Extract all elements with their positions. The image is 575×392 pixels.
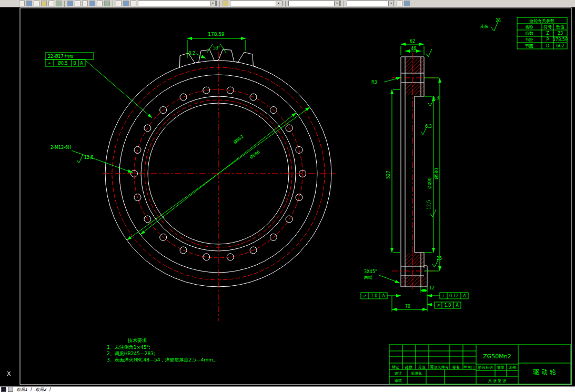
bolt-hole <box>227 87 234 94</box>
sheet-label: 共 张 第 张 <box>488 379 507 383</box>
redo-icon[interactable] <box>97 1 103 6</box>
tb-label: 更改文件号 <box>430 365 449 369</box>
tb-label: 设计 <box>395 371 402 376</box>
cad-application-window: { "toolbar": { "combos": ["", "", "", ""… <box>0 0 575 392</box>
param-cell: 节圆 <box>525 44 533 48</box>
print-icon[interactable] <box>41 1 47 6</box>
tb-label: 签名 <box>452 365 460 369</box>
rough-25-label: 25 <box>437 256 442 261</box>
new-file-icon[interactable] <box>19 1 25 6</box>
ucs-x-label: X <box>7 370 11 377</box>
toolbox-icon[interactable] <box>404 1 410 6</box>
zoom-icon[interactable] <box>116 1 122 6</box>
gdt-datum-1: B <box>73 61 76 66</box>
chevron-down-icon[interactable]: ▾ <box>210 1 216 6</box>
tb-label: 标准化 <box>411 371 422 376</box>
roughness-icon <box>77 155 83 163</box>
color-combobox[interactable]: ▾ <box>230 1 283 6</box>
tab-layout2[interactable]: 布局2 <box>34 387 48 392</box>
param-cell: 23 <box>558 31 563 36</box>
tb-label: 分区 <box>418 365 426 369</box>
roughness-icon <box>426 49 432 57</box>
pan-icon[interactable] <box>104 1 110 6</box>
material-label: ZG50Mn2 <box>483 353 511 360</box>
color-icon[interactable] <box>223 1 228 6</box>
tech-req-line: 3、表面淬火HRC48—54，淬硬层厚度2.5—4mm。 <box>107 357 218 363</box>
thread-note-label: 2-M12-6H <box>51 145 71 150</box>
part-name-label: 驱 动 轮 <box>533 368 556 376</box>
general-rough-label: 其余 <box>480 24 488 29</box>
front-view-dimensions[interactable]: 178,59 53° 8,2 22-Ø17 均布 ⌖ Ø0.5 B A 2-M1… <box>45 32 310 240</box>
tab-separator: / <box>49 387 51 392</box>
lineweight-combobox[interactable]: ▾ <box>347 1 395 6</box>
dim-62-label: 62 <box>410 39 415 44</box>
general-roughness-note: 其余 25 <box>480 18 501 31</box>
tab-scroll-icon[interactable] <box>1 387 6 392</box>
front-roughness-label: 12,5 <box>84 155 94 160</box>
save-icon[interactable] <box>34 1 39 6</box>
chamfer-note-2: 两端 <box>364 275 372 280</box>
param-header-value: 数值 <box>556 25 564 29</box>
spell-icon[interactable] <box>56 1 62 6</box>
gdt2-tolerance: 0.12 <box>449 294 459 298</box>
tb-label: 比例 <box>509 366 516 370</box>
preview-icon[interactable] <box>48 1 54 6</box>
dia-outer-label: Ø686 <box>249 149 261 160</box>
chevron-down-icon[interactable]: ▾ <box>276 1 281 6</box>
open-file-icon[interactable] <box>26 1 32 6</box>
gdt2-symbol: ⊥ <box>442 294 446 298</box>
dim-width-label: 178,59 <box>208 32 225 37</box>
toolbar-separator <box>344 1 344 7</box>
copy-icon[interactable] <box>75 1 80 6</box>
dia-490-label: Ø490 <box>427 177 432 189</box>
properties-icon[interactable] <box>130 1 136 6</box>
tb-label: 审核 <box>395 379 402 383</box>
tb-label: 年月日 <box>464 365 475 369</box>
param-cell: P <box>547 37 549 42</box>
hatch-area <box>402 276 426 286</box>
layout-tab-bar: 布局1 / 布局2 / <box>0 386 575 392</box>
param-header-name: 名称 <box>525 25 533 29</box>
technical-requirements: 技术要求 1、未注倒角1×45°; 2、调质HB245—283; 3、表面淬火H… <box>107 338 218 363</box>
tab-layout1[interactable]: 布局1 <box>15 387 29 392</box>
gear-parameter-table: 齿轮有关参数 名称 符号 数值 齿数 Z 23 节距 P 178.59 节圆 D… <box>517 17 568 49</box>
cut-icon[interactable] <box>67 1 73 6</box>
gdt3-tolerance: 1.0 <box>445 303 451 308</box>
layer-combobox[interactable]: ▾ <box>138 1 217 6</box>
hatch-area <box>406 58 423 73</box>
chevron-down-icon[interactable]: ▾ <box>388 1 394 6</box>
tech-req-line: 2、调质HB245—283; <box>107 351 155 356</box>
r3-label: R3 <box>371 80 377 85</box>
bolt-hole <box>203 254 210 260</box>
dim-tooth-label: 8,2 <box>188 51 195 56</box>
dim-12-label: 12 <box>429 286 435 290</box>
tb-label: 重量 <box>497 366 505 370</box>
undo-icon[interactable] <box>89 1 95 6</box>
dim-70-label: 70 <box>405 304 410 309</box>
dia-580-label: Ø580 <box>434 168 439 179</box>
gdt1-datum: A <box>382 294 385 298</box>
tech-req-line: 1、未注倒角1×45°; <box>107 345 150 350</box>
bolt-hole <box>296 146 302 153</box>
bolt-hole <box>203 87 210 94</box>
tech-req-title: 技术要求 <box>127 338 147 343</box>
chevron-down-icon[interactable]: ▾ <box>334 1 340 6</box>
front-view-geometry[interactable] <box>103 49 336 321</box>
gdt-tolerance-value: Ø0.5 <box>57 61 67 66</box>
param-table-title: 齿轮有关参数 <box>529 18 554 23</box>
gdt-datum-2: A <box>80 61 83 66</box>
section-view-geometry[interactable] <box>392 53 439 290</box>
paste-icon[interactable] <box>82 1 88 6</box>
tb-label: 标记 <box>391 365 399 369</box>
linetype-combobox[interactable]: ▾ <box>288 1 341 6</box>
rough-125-label: 12,5 <box>427 200 431 209</box>
model-tab-icon[interactable] <box>8 387 13 392</box>
param-cell: 齿数 <box>525 31 533 36</box>
layers-icon[interactable] <box>123 1 129 6</box>
param-cell: Z <box>546 31 549 36</box>
param-cell: 节距 <box>525 37 533 42</box>
param-cell: 178.59 <box>553 37 568 42</box>
holes-note-label: 22-Ø17 均布 <box>48 54 73 59</box>
help-icon[interactable] <box>397 1 402 6</box>
gdt2-datum: A <box>463 294 466 298</box>
